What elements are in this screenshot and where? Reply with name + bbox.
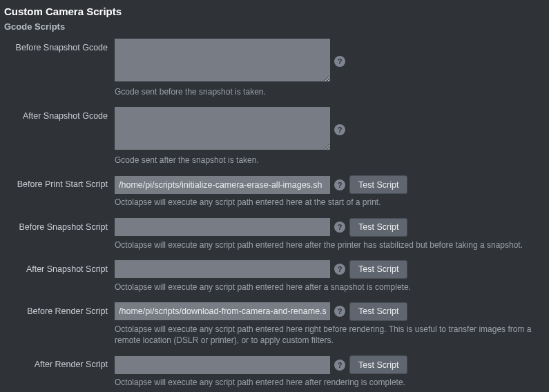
help-icon[interactable]: ? bbox=[334, 124, 345, 135]
help-icon[interactable]: ? bbox=[334, 306, 345, 317]
page-title: Custom Camera Scripts bbox=[4, 6, 545, 17]
after-snapshot-gcode-input[interactable] bbox=[115, 107, 330, 150]
before-render-script-input[interactable] bbox=[115, 302, 330, 320]
help-text: Octolapse will execute any script path e… bbox=[115, 197, 543, 208]
label-before-snapshot-gcode: Before Snapshot Gcode bbox=[4, 39, 115, 52]
before-snapshot-gcode-input[interactable] bbox=[115, 39, 330, 81]
label-after-snapshot-script: After Snapshot Script bbox=[4, 260, 115, 274]
row-after-snapshot-gcode: After Snapshot Gcode ? Gcode sent after … bbox=[4, 107, 545, 173]
row-after-snapshot-script: After Snapshot Script ? Test Script Octo… bbox=[4, 260, 545, 300]
after-render-script-input[interactable] bbox=[115, 356, 330, 374]
help-icon[interactable]: ? bbox=[334, 222, 345, 233]
help-icon[interactable]: ? bbox=[334, 360, 345, 371]
row-before-snapshot-gcode: Before Snapshot Gcode ? Gcode sent befor… bbox=[4, 39, 545, 104]
label-before-snapshot-script: Before Snapshot Script bbox=[4, 218, 115, 232]
test-script-button[interactable]: Test Script bbox=[349, 302, 407, 321]
before-print-start-script-input[interactable] bbox=[115, 176, 330, 194]
label-after-snapshot-gcode: After Snapshot Gcode bbox=[4, 107, 115, 121]
label-before-render-script: Before Render Script bbox=[4, 302, 115, 316]
test-script-button[interactable]: Test Script bbox=[349, 175, 407, 194]
help-text: Octolapse will execute any script path e… bbox=[115, 239, 543, 251]
after-snapshot-script-input[interactable] bbox=[115, 260, 330, 278]
before-snapshot-script-input[interactable] bbox=[115, 218, 330, 236]
help-icon[interactable]: ? bbox=[334, 179, 345, 190]
section-title: Gcode Scripts bbox=[4, 21, 545, 32]
row-before-print-start-script: Before Print Start Script ? Test Script … bbox=[4, 175, 545, 215]
help-icon[interactable]: ? bbox=[334, 56, 345, 67]
test-script-button[interactable]: Test Script bbox=[349, 260, 407, 279]
help-text: Octolapse will execute any script path e… bbox=[115, 282, 543, 293]
help-text: Gcode sent after the snapshot is taken. bbox=[115, 155, 543, 166]
help-text: Octolapse will execute any script path e… bbox=[115, 324, 543, 346]
help-icon[interactable]: ? bbox=[334, 264, 345, 275]
label-before-print-start-script: Before Print Start Script bbox=[4, 175, 115, 189]
help-text: Octolapse will execute any script path e… bbox=[115, 377, 543, 388]
test-script-button[interactable]: Test Script bbox=[349, 218, 407, 237]
row-before-render-script: Before Render Script ? Test Script Octol… bbox=[4, 302, 545, 353]
help-text: Gcode sent before the snapshot is taken. bbox=[115, 86, 543, 97]
label-after-render-script: After Render Script bbox=[4, 355, 115, 369]
row-after-render-script: After Render Script ? Test Script Octola… bbox=[4, 355, 545, 392]
test-script-button[interactable]: Test Script bbox=[349, 355, 407, 374]
row-before-snapshot-script: Before Snapshot Script ? Test Script Oct… bbox=[4, 218, 545, 257]
